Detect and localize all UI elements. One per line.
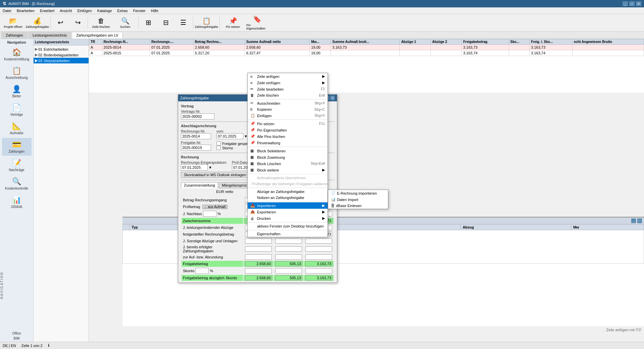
menu-einfuegen[interactable]: Einfügen xyxy=(75,7,94,14)
sidebar-item-zahlungen[interactable]: 💳 Zahlungen xyxy=(2,138,32,156)
pin-eigenschaften-button[interactable]: 🔖 Pin Eigenschaften xyxy=(245,15,269,30)
zeile-loeschen-button[interactable]: 🗑 Zeile löschen xyxy=(89,15,113,30)
eingang-input[interactable] xyxy=(181,164,208,170)
sum-brutto-7-input[interactable] xyxy=(305,246,332,252)
sum-brutto-10-input[interactable] xyxy=(305,268,332,273)
vom-input[interactable] xyxy=(216,133,243,139)
sum-netto-8-input[interactable] xyxy=(245,254,272,260)
skonto-percent-input[interactable] xyxy=(195,268,209,274)
sidebar-item-ausschreibung[interactable]: 📋 Ausschreibung xyxy=(2,64,32,82)
ctx-eigenschaften[interactable]: Eigenschaften xyxy=(248,231,328,237)
sidebar-bottom-office[interactable]: Office xyxy=(12,332,21,335)
nachlass-input[interactable] xyxy=(203,211,216,217)
freigabe-gesperrt-cb[interactable] xyxy=(216,141,221,146)
panel-maximize[interactable]: □ xyxy=(637,218,642,223)
sidebar-item-nachtraege[interactable]: 📝 Nachträge xyxy=(2,156,32,174)
sub-ctx-daten-import[interactable]: 📊 Daten Import xyxy=(328,196,388,203)
sum-mwst-10-input[interactable] xyxy=(275,268,302,273)
sum-mwst-11-input[interactable] xyxy=(275,275,302,281)
table-btn-1[interactable]: ⊞ xyxy=(140,15,157,30)
zahlungsfreigabe2-button[interactable]: 📋 Zahlungsfreigabe xyxy=(195,15,218,30)
sum-netto-10-input[interactable] xyxy=(245,268,272,273)
tab-zahlungsfreigaben[interactable]: Zahlungsfreigaben am LV xyxy=(72,32,122,39)
table-btn-2[interactable]: ⊟ xyxy=(157,15,174,30)
sum-brutto-11-input[interactable] xyxy=(305,275,332,281)
projekt-offnen-button[interactable]: 📂 Projekt öffnen xyxy=(1,15,25,30)
sub-ctx-erechnung[interactable]: 📄 E-Rechnung importieren xyxy=(328,190,388,196)
sidebar-item-vertraege[interactable]: 📄 Verträge xyxy=(2,101,32,119)
sum-netto-7-input[interactable] xyxy=(245,246,272,252)
skonto-outlook-button[interactable]: Skontoablauf in MS Outlook eintragen xyxy=(181,172,249,178)
ctx-block-selektieren[interactable]: ▦ Block Selektieren xyxy=(248,148,328,154)
ctx-kopieren[interactable]: ⎘ Kopieren Strg+C xyxy=(248,106,328,112)
minimize-button[interactable]: _ xyxy=(623,1,628,6)
ctx-notizen[interactable]: Notizen an Zahlungsfreigabe xyxy=(248,195,328,201)
ctx-desktop-hinzufuegen[interactable]: aktives Fenster zum Desktop hinzufügen xyxy=(248,223,328,229)
sum-brutto-6-input[interactable] xyxy=(305,238,332,244)
tab-zahlungen[interactable]: Zahlungen xyxy=(1,32,28,39)
suchen-button[interactable]: 🔍 Suchen xyxy=(113,15,137,30)
tab-leistungsverzeichnis[interactable]: Leistungsverzeichnis xyxy=(28,32,71,39)
sum-mwst-8-input[interactable] xyxy=(275,254,302,260)
eingang-dropdown[interactable]: ▼ xyxy=(208,165,212,169)
ctx-zeile-bearbeiten[interactable]: ✏ Zeile bearbeiten F2 xyxy=(248,86,328,92)
zahlungsfreigabe-button[interactable]: 💰 Zahlungsfreigabe xyxy=(26,15,49,30)
menu-hilfe[interactable]: Hilfe xyxy=(148,7,161,14)
menu-ansicht[interactable]: Ansicht xyxy=(57,7,75,14)
sidebar-item-kostenermittlung[interactable]: 🏠 Kostenermittlung xyxy=(2,46,32,63)
ctx-zeile-anfuegen[interactable]: ≡ Zeile anfügen ▶ xyxy=(248,73,328,80)
ctx-block-weitere[interactable]: ▦ Block weitere ▶ xyxy=(248,167,328,173)
menu-bearbeiten[interactable]: Bearbeiten xyxy=(14,7,37,14)
sum-netto-6-input[interactable] xyxy=(245,238,272,244)
storno-cb[interactable] xyxy=(216,146,221,150)
sum-netto-11-input[interactable] xyxy=(245,275,272,281)
ctx-exportieren[interactable]: 📤 Exportieren ▶ xyxy=(248,209,328,215)
aus-aufmass-button[interactable]: ... aus Aufmaß xyxy=(202,205,227,209)
menu-erweitert[interactable]: Erweitert xyxy=(37,7,57,14)
ctx-zeile-loeschen[interactable]: 🗑 Zeile löschen Entf xyxy=(248,92,328,98)
sum-netto-9-input[interactable] xyxy=(245,261,272,266)
sum-brutto-8-input[interactable] xyxy=(305,254,332,260)
ctx-abzuege[interactable]: Abzüge an Zahlungsfreigabe: xyxy=(248,189,328,195)
pin-setzen-button[interactable]: 📌 Pin setzen xyxy=(221,15,245,30)
lv-item-02[interactable]: ▶ 02 Bodenbelagsarbeiten xyxy=(34,52,89,58)
ztab-zusammenstellung[interactable]: Zusammenstellung xyxy=(181,182,218,188)
ctx-block-loeschen[interactable]: ▦ Block Löschen Strg+Entf xyxy=(248,160,328,167)
maximize-button[interactable]: □ xyxy=(629,1,635,6)
table-row-1[interactable]: A 2025-0015 07.01.2025 5.317,20 6.327,47… xyxy=(89,50,644,56)
sum-brutto-9-input[interactable] xyxy=(305,261,332,266)
sum-mwst-9-input[interactable] xyxy=(275,261,302,266)
table-row-0[interactable]: A 2025-0014 07.01.2025 2.658,60 2.658,60… xyxy=(89,45,644,50)
ctx-pin-eigenschaften[interactable]: 📌 Pin Eigenschaften xyxy=(248,127,328,133)
sidebar-bottom-bim[interactable]: BIM xyxy=(14,337,20,340)
sidebar-item-kostenkontrolle[interactable]: 🔍 Kostenkontrolle xyxy=(2,175,32,193)
undo-button[interactable]: ↩ xyxy=(52,15,69,30)
menu-kataloge[interactable]: Kataloge xyxy=(95,7,114,14)
sidebar-item-aufmaesse[interactable]: 📐 Aufmaße xyxy=(2,119,32,137)
dialog-close[interactable]: ✕ xyxy=(330,96,335,100)
lv-item-03[interactable]: ▶ 03 Verputzarbeiten xyxy=(34,58,89,63)
menu-datei[interactable]: Datei xyxy=(0,7,14,14)
ctx-pin-setzen[interactable]: 📌 Pin setzen F11 xyxy=(248,120,328,127)
vertrags-nr-input[interactable] xyxy=(181,113,214,119)
ctx-zeile-einfuegen[interactable]: ≡ Zeile einfügen ▶ xyxy=(248,80,328,86)
menu-extras[interactable]: Extras xyxy=(114,7,130,14)
ctx-alle-pins-loeschen[interactable]: 📌 Alle Pins löschen xyxy=(248,133,328,140)
menu-fenster[interactable]: Fenster xyxy=(130,7,148,14)
sum-mwst-7-input[interactable] xyxy=(275,246,302,252)
ctx-pinverwaltung[interactable]: 📌 Pinverwaltung xyxy=(248,140,328,146)
sidebar-item-bieter[interactable]: 👤 Bieter xyxy=(2,83,32,100)
panel-minimize[interactable]: _ xyxy=(631,218,636,223)
sum-mwst-6-input[interactable] xyxy=(275,238,302,244)
table-btn-3[interactable]: ☰ xyxy=(175,15,192,30)
ctx-ausschneiden[interactable]: ✂ Ausschneiden Strg+X xyxy=(248,100,328,106)
rechnungs-nr-input[interactable] xyxy=(181,133,211,139)
ctx-drucken[interactable]: 🖨 Drucken ▶ xyxy=(248,215,328,221)
ctx-einfuegen[interactable]: 📋 Einfügen Strg+V xyxy=(248,112,328,119)
redo-button[interactable]: ↪ xyxy=(69,15,86,30)
close-button[interactable]: ✕ xyxy=(636,1,641,6)
lv-item-01[interactable]: ▶ 01 Estricharbeiten xyxy=(34,46,89,52)
freigabe-nr-input[interactable] xyxy=(181,145,211,151)
info-icon[interactable]: ℹ xyxy=(48,343,49,348)
sidebar-item-grava[interactable]: 📊 GRAVA xyxy=(2,193,32,211)
